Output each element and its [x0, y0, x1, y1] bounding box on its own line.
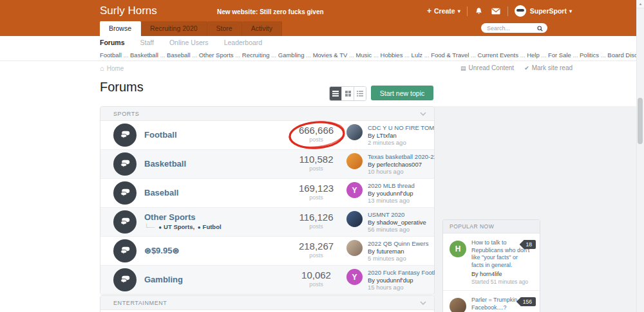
avatar[interactable] — [450, 298, 466, 312]
posts-label: posts — [287, 136, 345, 143]
posts-number: 218,267 — [287, 241, 345, 252]
collapse-chevron-icon[interactable] — [420, 300, 426, 306]
forum-row: Gambling 10,062 posts Y 2020 Fuck Fantas… — [100, 266, 434, 294]
avatar[interactable]: Y — [346, 182, 363, 198]
posts-number: 10,062 — [287, 270, 345, 280]
breadcrumb-actions: ▤Unread Content ✔Mark site read — [460, 64, 573, 71]
notifications-bell-icon[interactable] — [474, 6, 484, 16]
tab-recruiting-2020[interactable]: Recruiting 2020 — [141, 21, 207, 36]
separator: ... — [191, 51, 199, 59]
category-link[interactable]: Recruiting — [242, 51, 270, 59]
latest-post-author[interactable]: By perfectchaos007 — [368, 161, 435, 169]
latest-post-title-link[interactable]: 2022 QB Quinn Ewers — [368, 240, 435, 248]
search-box[interactable] — [481, 23, 547, 33]
table-view-toggle[interactable] — [330, 87, 342, 100]
separator: ... — [347, 51, 355, 59]
separator: ... — [599, 51, 607, 59]
forum-title-link[interactable]: Gambling — [144, 275, 183, 284]
latest-post-title-link[interactable]: 2020 MLB thread — [368, 182, 435, 190]
latest-post-author[interactable]: By futureman — [368, 248, 435, 255]
latest-post-title-link[interactable]: CDC Y U NO FIRE TOM HERMAN.. — [368, 124, 435, 132]
collapse-chevron-icon[interactable] — [420, 111, 426, 117]
category-link[interactable]: Food & Travel — [431, 51, 469, 59]
forum-comment-icon — [113, 181, 137, 205]
separator: ... — [571, 51, 580, 59]
breadcrumb[interactable]: ⌂Home — [100, 64, 124, 72]
posts-number: 110,582 — [287, 154, 345, 165]
tab-activity[interactable]: Activity — [242, 21, 282, 36]
avatar[interactable]: H — [450, 241, 466, 257]
site-title[interactable]: Surly Horns — [100, 5, 157, 17]
category-link[interactable]: For Sale — [548, 51, 571, 59]
forum-comment-icon — [113, 152, 137, 176]
separator: ... — [518, 51, 527, 59]
popular-topic-author[interactable]: By horn4life — [471, 271, 535, 277]
avatar[interactable] — [346, 211, 363, 227]
user-menu[interactable]: SuperSport ▾ — [515, 5, 572, 17]
messages-envelope-icon[interactable] — [491, 6, 501, 16]
posts-count: 169,123 posts — [287, 183, 345, 201]
latest-post-title-link[interactable]: 2020 Fuck Fantasy Football — [368, 269, 435, 277]
category-link[interactable]: Football — [100, 51, 122, 59]
scrollbar-thumb[interactable] — [638, 98, 643, 144]
category-link[interactable]: Basketball — [130, 51, 158, 59]
category-link[interactable]: Current Events — [478, 51, 518, 59]
category-link[interactable]: Music — [356, 51, 372, 59]
announcement-ticker: New website: Still zero fucks given — [217, 8, 324, 15]
latest-post-author[interactable]: By LTtxfan — [368, 132, 435, 140]
user-avatar[interactable] — [515, 5, 526, 17]
latest-post-title-link[interactable]: Texas basketball 2020-21: ... — [368, 153, 435, 161]
top-header-bar: Surly Horns New website: Still zero fuck… — [0, 0, 644, 36]
category-link[interactable]: Movies & TV — [313, 51, 348, 59]
divider — [507, 6, 508, 16]
category-links-row: Football ... Basketball ... Baseball ...… — [0, 49, 644, 61]
scroll-up-arrow[interactable]: ▲ — [637, 0, 644, 8]
latest-post-time: 5 minutes ago — [368, 255, 435, 262]
forum-row: Baseball 169,123 posts Y 2020 MLB thread… — [100, 179, 434, 208]
posts-label: posts — [287, 223, 345, 230]
subnav-leaderboard[interactable]: Leaderboard — [224, 39, 263, 46]
start-new-topic-button[interactable]: Start new topic — [371, 86, 433, 100]
latest-post-author[interactable]: By youdunnf'dup — [368, 277, 435, 284]
subnav-forums[interactable]: Forums — [100, 39, 125, 46]
category-link[interactable]: Baseball — [167, 51, 190, 59]
forum-title-link[interactable]: Other Sports — [144, 212, 195, 222]
section-title: ENTERTAINMENT — [113, 300, 167, 306]
search-input[interactable] — [486, 24, 537, 32]
subnav-staff[interactable]: Staff — [140, 39, 154, 46]
category-link[interactable]: Lulz — [412, 51, 422, 59]
category-link[interactable]: Hobbies — [381, 51, 403, 59]
category-link[interactable]: Gambling — [278, 51, 305, 59]
tab-store[interactable]: Store — [207, 21, 242, 36]
subforum-link[interactable]: UT Sports, — [164, 223, 194, 230]
chevron-down-icon: ▾ — [569, 8, 572, 14]
latest-post: CDC Y U NO FIRE TOM HERMAN.. By LTtxfan … — [346, 124, 435, 147]
list-view-toggle[interactable] — [354, 87, 366, 100]
posts-count: 666,666 posts — [287, 125, 345, 143]
latest-post-title-link[interactable]: USMNT 2020 — [368, 211, 435, 219]
category-link[interactable]: Help — [527, 51, 540, 59]
create-button[interactable]: + Create ▾ — [427, 6, 460, 15]
avatar[interactable] — [346, 153, 363, 169]
latest-post-author[interactable]: By shadow_operative — [368, 219, 435, 226]
forum-title-link[interactable]: ⊛$9.95⊛ — [144, 246, 179, 255]
page-scrollbar[interactable]: ▲ — [636, 0, 644, 312]
latest-post-time: 13 minutes ago — [368, 197, 435, 205]
mark-site-read-link[interactable]: ✔Mark site read — [524, 64, 573, 71]
avatar[interactable]: Y — [346, 269, 363, 285]
tab-browse[interactable]: Browse — [100, 21, 141, 36]
search-icon[interactable] — [537, 23, 543, 34]
forum-title-link[interactable]: Basketball — [144, 159, 186, 169]
avatar[interactable] — [346, 240, 363, 256]
grid-view-toggle[interactable] — [342, 87, 354, 100]
subforum-list: └—●UT Sports, ●Futbol — [144, 223, 222, 230]
category-link[interactable]: Other Sports — [199, 51, 234, 59]
latest-post-author[interactable]: By youdunnf'dup — [368, 190, 435, 197]
subnav-online-users[interactable]: Online Users — [169, 39, 209, 46]
avatar[interactable] — [346, 124, 363, 140]
forum-title-link[interactable]: Baseball — [144, 188, 178, 197]
forum-title-link[interactable]: Football — [144, 130, 177, 140]
subforum-link[interactable]: Futbol — [203, 223, 222, 230]
category-link[interactable]: Politics — [580, 51, 599, 59]
unread-content-link[interactable]: ▤Unread Content — [460, 64, 514, 71]
